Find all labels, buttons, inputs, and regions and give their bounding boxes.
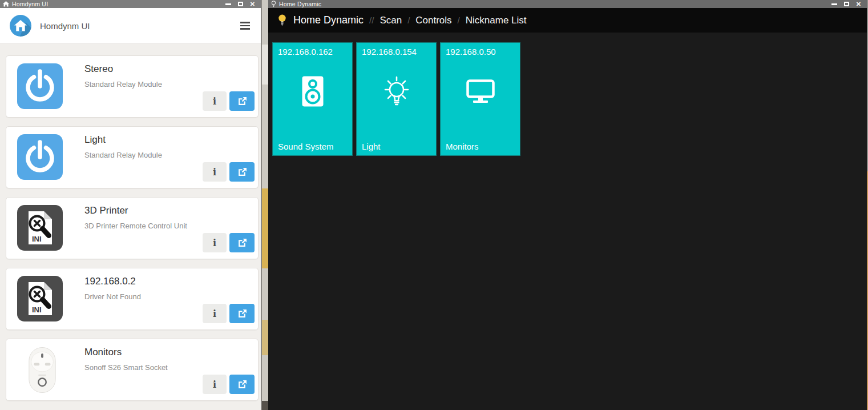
device-name: 192.168.0.2 [84,276,136,287]
nickname-tile-list: 192.168.0.162 Sound System 192.168.0.154 [268,33,867,156]
breadcrumb-controls[interactable]: Controls [415,15,451,26]
tile-light[interactable]: 192.168.0.154 Light [356,42,437,156]
device-description: Driver Not Found [84,292,141,301]
breadcrumb: Home Dynamic // Scan / Controls / Nickna… [268,8,867,33]
homdynm-window: Homdynm UI ✕ Homdynm UI [0,0,261,410]
info-icon: i [213,379,216,390]
device-card-3d-printer: INI 3D Printer 3D Printer Remote Control… [6,197,259,259]
close-button[interactable]: ✕ [856,1,861,7]
breadcrumb-separator: / [458,15,460,25]
external-link-icon [237,309,247,319]
info-button[interactable]: i [203,162,227,182]
open-device-button[interactable] [229,375,255,394]
external-link-icon [237,97,247,106]
window-title: Homdynm UI [12,1,48,7]
device-card-stereo: Stereo Standard Relay Module i [6,55,259,118]
info-button[interactable]: i [203,375,227,394]
homdynm-titlebar[interactable]: Homdynm UI ✕ [0,0,261,8]
device-description: Sonoff S26 Smart Socket [84,363,168,372]
app-header: Homdynm UI [0,8,261,44]
open-device-button[interactable] [229,91,255,111]
tile-label: Monitors [446,142,479,151]
device-name: Stereo [84,63,113,75]
tile-monitors[interactable]: 192.168.0.50 Monitors [440,42,520,156]
app-logo [10,15,31,37]
close-icon: ✕ [250,1,255,7]
device-name: Light [84,134,106,146]
open-device-button[interactable] [229,162,255,182]
device-list: Stereo Standard Relay Module i L [0,44,261,401]
power-icon [17,134,63,180]
tile-sound-system[interactable]: 192.168.0.162 Sound System [272,42,353,156]
external-link-icon [237,380,247,389]
info-button[interactable]: i [203,304,227,323]
ini-file-icon: INI [17,276,63,321]
external-link-icon [237,238,247,248]
info-icon: i [213,308,216,319]
device-description: Standard Relay Module [84,151,162,159]
device-description: Standard Relay Module [84,80,162,89]
device-name: 3D Printer [84,205,128,216]
info-button[interactable]: i [203,91,227,111]
close-button[interactable]: ✕ [250,1,255,7]
speaker-icon [273,35,352,147]
open-device-button[interactable] [229,304,255,323]
device-card-light: Light Standard Relay Module i [6,126,259,188]
tile-label: Light [362,142,381,151]
breadcrumb-root-separator: // [369,15,374,25]
device-name: Monitors [84,347,122,358]
info-icon: i [213,167,216,178]
close-icon: ✕ [856,1,861,7]
minimize-button[interactable] [225,3,231,5]
ini-label: INI [32,306,42,314]
ini-file-icon: INI [17,205,63,251]
app-name: Homdynm UI [40,21,90,31]
breadcrumb-nickname-list[interactable]: Nickname List [466,15,527,26]
info-button[interactable]: i [203,233,227,252]
breadcrumb-scan[interactable]: Scan [380,15,402,26]
info-icon: i [213,96,216,107]
window-title: Home Dynamic [279,1,321,7]
lightbulb-icon [357,35,436,147]
hamburger-icon [240,22,250,23]
maximize-button[interactable] [238,2,243,6]
info-icon: i [213,238,216,248]
ini-label: INI [32,235,42,243]
device-card-monitors: Monitors Sonoff S26 Smart Socket i [6,339,259,401]
desktop-gap [262,0,268,410]
lightbulb-icon [278,14,286,26]
monitor-icon [441,35,520,147]
breadcrumb-home[interactable]: Home Dynamic [293,14,364,26]
sonoff-socket-photo [27,346,58,394]
maximize-button[interactable] [844,2,849,6]
maximize-icon [844,2,849,6]
minimize-icon [225,3,231,5]
home-dynamic-titlebar[interactable]: Home Dynamic ✕ [268,0,867,8]
tile-label: Sound System [278,142,334,151]
lightbulb-icon [271,1,276,7]
maximize-icon [238,2,243,6]
minimize-icon [831,3,837,5]
home-icon [3,1,9,7]
home-dynamic-window: Home Dynamic ✕ Home Dynamic // Scan / Co… [268,0,867,410]
device-card-unknown: INI 192.168.0.2 Driver Not Found i [6,268,259,330]
external-link-icon [237,167,247,177]
minimize-button[interactable] [831,3,837,5]
device-description: 3D Printer Remote Control Unit [84,222,187,230]
power-icon [17,63,63,109]
hamburger-menu-button[interactable] [239,19,251,32]
open-device-button[interactable] [229,233,255,252]
breadcrumb-separator: / [407,15,410,25]
